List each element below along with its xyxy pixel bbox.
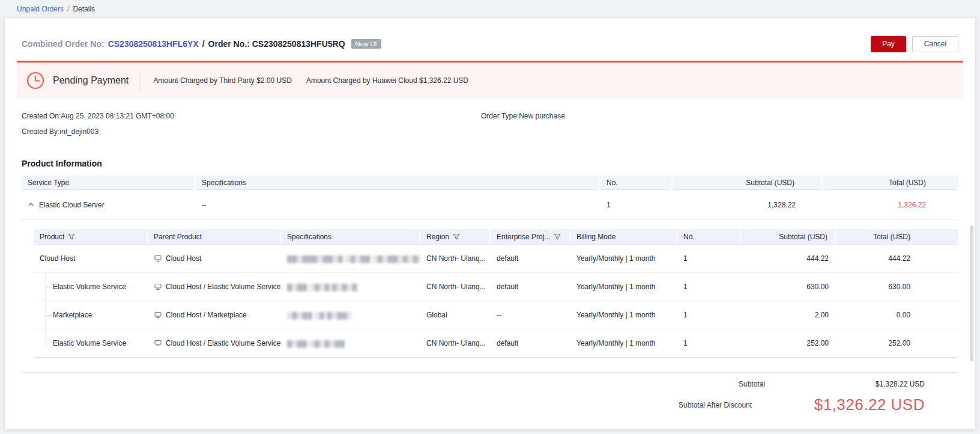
- product-filter-icon[interactable]: [68, 233, 75, 240]
- header-inner-subtotal: Subtotal (USD): [742, 230, 836, 244]
- order-number-text: Order No.: CS2308250813HFU5RQ: [208, 39, 345, 49]
- subtotal-value: 2.00: [742, 308, 836, 322]
- subtotal-value: 444.22: [742, 251, 836, 266]
- enterprise-project-value: --: [491, 308, 570, 322]
- header-specifications: Specifications: [196, 176, 600, 190]
- table-scrollbar[interactable]: [970, 225, 973, 361]
- pending-clock-icon: [26, 72, 44, 90]
- created-by: Created By:int_dejin003: [22, 127, 98, 136]
- order-meta-row-2: Created By:int_dejin003: [17, 127, 963, 136]
- order-meta-row-1: Created On:Aug 25, 2023 08:13:21 GMT+08:…: [17, 112, 963, 120]
- status-strip: Pending Payment Amount Charged by Third …: [17, 63, 963, 99]
- billing-mode-value: Yearly/Monthly | 1 month: [570, 251, 677, 266]
- no-value: 1: [677, 280, 742, 294]
- product-name: Elastic Volume Service: [34, 336, 148, 350]
- subtotal-amount: $1,328.22 USD: [841, 380, 925, 388]
- header-product: Product: [40, 230, 64, 244]
- parent-product-name: Cloud Host: [166, 251, 201, 266]
- subtotal-label: Subtotal: [739, 380, 841, 388]
- table-row: Elastic Volume Service Cloud Host / Elas…: [34, 273, 958, 301]
- order-details-card: Combined Order No: CS2308250813HFL6YX / …: [5, 18, 975, 429]
- region-filter-icon[interactable]: [453, 233, 460, 240]
- service-no-value: 1: [600, 198, 673, 212]
- huawei-cloud-amount: Amount Charged by Huawei Cloud $1,326.22…: [306, 76, 468, 85]
- parent-product-name: Cloud Host / Elastic Volume Service: [166, 336, 280, 350]
- enterprise-filter-icon[interactable]: [554, 233, 561, 240]
- header-total: Total (USD): [823, 176, 958, 190]
- enterprise-project-value: default: [491, 251, 570, 266]
- parent-product-name: Cloud Host / Marketplace: [166, 308, 247, 322]
- collapse-chevron-icon[interactable]: [28, 201, 34, 208]
- breadcrumb-unpaid-orders-link[interactable]: Unpaid Orders: [17, 5, 64, 13]
- subtotal-value: 252.00: [742, 336, 836, 350]
- product-table: Product Parent Product Specifications Re…: [34, 229, 958, 358]
- host-icon: [154, 254, 162, 263]
- host-icon: [154, 283, 162, 291]
- table-row: Marketplace Cloud Host / Marketplace ▒▓▒…: [34, 301, 958, 329]
- total-value: 252.00: [836, 336, 958, 350]
- no-value: 1: [677, 336, 742, 350]
- region-value: Global: [420, 308, 491, 322]
- specifications-redacted: ▓▒▓▓ ▒▓▒▓▒▓▓: [281, 336, 420, 350]
- third-party-amount: Amount Charged by Third Party $2.00 USD: [153, 76, 292, 85]
- specifications-redacted: ▒▓▒▓▓ ▒▓ ▓▒▓▓▒: [281, 308, 420, 322]
- service-type-row: Elastic Cloud Server -- 1 1,328.22 1,326…: [22, 190, 958, 220]
- new-ui-badge: New UI: [351, 39, 381, 49]
- product-table-header: Product Parent Product Specifications Re…: [34, 229, 958, 245]
- service-type-table: Service Type Specifications No. Subtotal…: [22, 176, 958, 220]
- parent-product-name: Cloud Host / Elastic Volume Service: [166, 280, 280, 294]
- order-header-divider: /: [202, 39, 205, 49]
- header-no: No.: [600, 176, 673, 190]
- pay-button[interactable]: Pay: [871, 36, 906, 52]
- order-header: Combined Order No: CS2308250813HFL6YX / …: [17, 35, 963, 53]
- section-bottom-divider: [22, 372, 958, 373]
- total-value: 0.00: [836, 308, 958, 322]
- service-type-table-header: Service Type Specifications No. Subtotal…: [22, 176, 958, 190]
- status-text: Pending Payment: [53, 75, 129, 86]
- enterprise-project-value: default: [491, 280, 570, 294]
- header-service-type: Service Type: [22, 176, 196, 190]
- subtotal-after-discount-label: Subtotal After Discount: [679, 401, 781, 409]
- combined-order-number-link[interactable]: CS2308250813HFL6YX: [108, 39, 199, 49]
- billing-mode-value: Yearly/Monthly | 1 month: [570, 308, 677, 322]
- order-summary: Subtotal $1,328.22 USD Subtotal After Di…: [17, 380, 963, 414]
- billing-mode-value: Yearly/Monthly | 1 month: [570, 336, 677, 350]
- service-total-value: 1,326.22: [823, 198, 958, 212]
- no-value: 1: [677, 308, 742, 322]
- specifications-redacted: ▓▓▒▓▓▓▒▓▓▒▓ ▒▓▒▓▓ ▒▓▒▓▓▒▓▒▓▒▓: [281, 251, 420, 266]
- breadcrumb-separator: /: [67, 5, 69, 13]
- subtotal-after-discount-row: Subtotal After Discount $1,326.22 USD: [679, 396, 925, 414]
- table-row: Cloud Host Cloud Host ▓▓▒▓▓▓▒▓▓▒▓ ▒▓▒▓▓ …: [34, 245, 958, 273]
- header-enterprise-project: Enterprise Proj...: [497, 230, 550, 244]
- product-name: Cloud Host: [34, 251, 148, 266]
- total-value: 630.00: [836, 280, 958, 294]
- breadcrumb: Unpaid Orders / Details: [0, 0, 980, 18]
- order-type: Order Type:New purchase: [481, 112, 958, 120]
- service-subtotal-value: 1,328.22: [673, 198, 823, 212]
- header-subtotal: Subtotal (USD): [673, 176, 823, 190]
- service-type-value: Elastic Cloud Server: [39, 198, 104, 212]
- header-inner-specifications: Specifications: [281, 230, 420, 244]
- product-information-title: Product Information: [17, 159, 963, 168]
- total-value: 444.22: [836, 251, 958, 266]
- subtotal-row: Subtotal $1,328.22 USD: [739, 380, 925, 388]
- billing-mode-value: Yearly/Monthly | 1 month: [570, 280, 677, 294]
- breadcrumb-current: Details: [73, 5, 95, 13]
- subtotal-after-discount-amount: $1,326.22 USD: [781, 396, 925, 414]
- no-value: 1: [677, 251, 742, 266]
- service-spec-value: --: [196, 198, 600, 212]
- enterprise-project-value: default: [491, 336, 570, 350]
- product-name: Marketplace: [34, 308, 148, 322]
- header-region: Region: [426, 230, 449, 244]
- host-icon: [154, 311, 162, 319]
- region-value: CN North- Ulanq...: [420, 280, 491, 294]
- header-billing-mode: Billing Mode: [570, 230, 677, 244]
- host-icon: [154, 339, 162, 347]
- cancel-button[interactable]: Cancel: [912, 36, 958, 52]
- region-value: CN North- Ulanq...: [420, 336, 491, 350]
- specifications-redacted: ▓▒▓▓ ▒▓▒▓ ▓▒▓▒▓: [281, 280, 420, 294]
- combined-order-label: Combined Order No:: [22, 39, 104, 49]
- status-divider: [141, 70, 141, 91]
- region-value: CN North- Ulanq...: [420, 251, 491, 266]
- header-inner-total: Total (USD): [836, 230, 958, 244]
